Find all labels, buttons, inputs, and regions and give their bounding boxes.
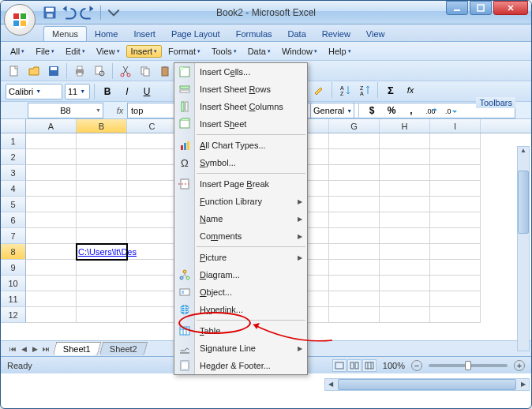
sheet-nav-first-icon[interactable]: ⏮ (7, 343, 18, 355)
cell[interactable]: C:\Users\lt\Des (77, 244, 127, 260)
column-header[interactable]: A (26, 119, 77, 133)
tab-page-layout[interactable]: Page Layout (163, 27, 228, 41)
cell[interactable] (329, 197, 380, 212)
percent-icon[interactable]: % (383, 102, 400, 119)
decrease-decimal-icon[interactable]: .0 (442, 102, 459, 119)
column-header[interactable]: H (380, 119, 430, 133)
cell[interactable] (430, 307, 481, 323)
comma-icon[interactable]: , (403, 102, 420, 119)
menu-tools[interactable]: Tools▾ (207, 45, 242, 58)
copy-icon[interactable] (137, 62, 154, 80)
undo-icon[interactable] (61, 5, 77, 21)
cell[interactable] (329, 165, 380, 181)
page-break-view-icon[interactable] (362, 359, 377, 372)
currency-icon[interactable]: $ (363, 102, 380, 119)
cell[interactable] (380, 133, 430, 149)
cell[interactable] (127, 260, 178, 276)
column-header[interactable]: G (329, 119, 380, 133)
row-header[interactable]: 5 (1, 197, 26, 212)
menu-item-diagram[interactable]: Diagram... (174, 266, 307, 283)
cell[interactable] (430, 133, 481, 149)
row-header[interactable]: 9 (1, 260, 26, 276)
menu-item-name[interactable]: Name▶ (174, 210, 307, 227)
menu-data[interactable]: Data▾ (243, 45, 275, 58)
cell[interactable] (127, 181, 178, 197)
column-header[interactable]: C (127, 119, 178, 133)
row-header[interactable]: 1 (1, 133, 26, 149)
close-button[interactable] (493, 1, 528, 15)
redo-icon[interactable] (80, 5, 96, 21)
cell[interactable] (430, 197, 481, 212)
tab-data[interactable]: Data (280, 27, 314, 41)
menu-item-object[interactable]: Object... (174, 283, 307, 301)
hyperlink-text[interactable]: C:\Users\lt\Des (78, 247, 137, 257)
cell[interactable] (329, 260, 380, 276)
maximize-button[interactable] (470, 1, 492, 15)
cell[interactable] (26, 212, 77, 228)
new-icon[interactable] (6, 62, 23, 80)
cell[interactable] (430, 181, 481, 197)
office-button[interactable] (4, 4, 36, 36)
cell[interactable] (329, 212, 380, 228)
minimize-button[interactable] (446, 1, 468, 15)
sheet-nav-last-icon[interactable]: ⏭ (40, 343, 51, 355)
menu-insert[interactable]: Insert▾ (126, 45, 163, 58)
cell[interactable] (127, 276, 178, 291)
sheet-nav-next-icon[interactable]: ▶ (29, 343, 40, 355)
cell[interactable] (77, 212, 127, 228)
row-header[interactable]: 4 (1, 181, 26, 197)
cell[interactable] (127, 307, 178, 323)
menu-file[interactable]: File▾ (31, 45, 59, 58)
tab-insert[interactable]: Insert (126, 27, 163, 41)
cell[interactable] (329, 276, 380, 291)
cell[interactable] (26, 307, 77, 323)
menu-item-hyperlink[interactable]: Hyperlink... (174, 301, 307, 318)
cell[interactable] (380, 228, 430, 244)
zoom-out-icon[interactable]: − (411, 360, 422, 371)
menu-edit[interactable]: Edit▾ (61, 45, 90, 58)
cell[interactable] (26, 181, 77, 197)
cell[interactable] (26, 228, 77, 244)
cell[interactable] (380, 291, 430, 307)
cell[interactable] (430, 165, 481, 181)
cut-icon[interactable] (117, 62, 134, 80)
cell[interactable] (26, 165, 77, 181)
cell[interactable] (380, 260, 430, 276)
cell[interactable] (26, 149, 77, 165)
cell[interactable] (380, 212, 430, 228)
cell[interactable] (127, 197, 178, 212)
cell[interactable] (26, 133, 77, 149)
cell[interactable] (77, 133, 127, 149)
underline-button[interactable]: U (138, 83, 155, 100)
menu-item-insert-page-break[interactable]: Insert Page Break (174, 175, 307, 193)
cell[interactable] (127, 133, 178, 149)
bold-button[interactable]: B (99, 83, 116, 100)
cell[interactable] (26, 244, 77, 260)
cell[interactable] (127, 212, 178, 228)
cell[interactable] (127, 165, 178, 181)
tab-view[interactable]: View (358, 27, 393, 41)
save-icon[interactable] (42, 5, 58, 21)
menu-item-insert-cells[interactable]: Insert Cells... (174, 63, 307, 81)
menu-item-symbol[interactable]: ΩSymbol... (174, 154, 307, 171)
menu-item-insert-sheet-rows[interactable]: Insert Sheet Rows (174, 81, 307, 98)
cell[interactable] (380, 149, 430, 165)
cell[interactable] (329, 291, 380, 307)
column-header[interactable]: B (77, 119, 127, 133)
increase-decimal-icon[interactable]: .00 (422, 102, 440, 119)
cell[interactable] (77, 228, 127, 244)
cell[interactable] (430, 244, 481, 260)
zoom-slider[interactable] (429, 364, 508, 367)
vertical-scrollbar[interactable]: ▲ (517, 146, 530, 351)
menu-format[interactable]: Format▾ (163, 45, 205, 58)
cell[interactable] (77, 307, 127, 323)
cell[interactable] (77, 181, 127, 197)
cell[interactable] (430, 149, 481, 165)
cell[interactable] (430, 228, 481, 244)
page-layout-view-icon[interactable] (347, 359, 362, 372)
menu-item-header-footer[interactable]: Header & Footer... (174, 357, 307, 374)
cell[interactable] (430, 291, 481, 307)
cell[interactable] (380, 244, 430, 260)
zoom-level[interactable]: 100% (383, 361, 405, 370)
autosum-icon[interactable]: Σ (382, 81, 399, 99)
